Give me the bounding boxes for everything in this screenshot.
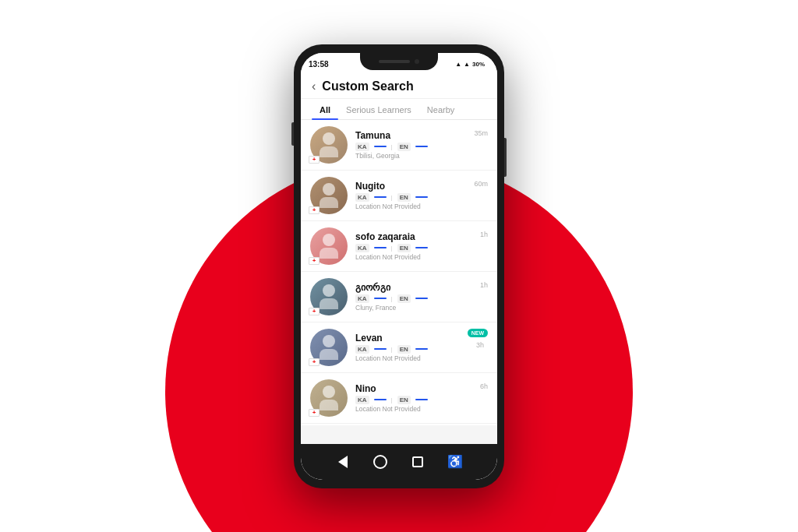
learner-name: გიორგი [355, 282, 488, 293]
learner-location: Location Not Provided [355, 203, 488, 210]
avatar-wrap [310, 126, 348, 164]
learning-lang-tag: EN [397, 143, 411, 151]
flag-badge [309, 409, 320, 417]
georgia-flag [309, 410, 319, 416]
new-badge: NEW [468, 329, 488, 337]
native-lang-level [374, 146, 387, 147]
list-item[interactable]: Nugito KA | EN Location Not Provided 60m [301, 171, 497, 221]
back-button[interactable]: ‹ [312, 79, 316, 93]
tab-nearby[interactable]: Nearby [419, 99, 462, 119]
page-title: Custom Search [322, 79, 413, 93]
learner-list: Tamuna KA | EN Tbilisi, Georgia 35m [301, 120, 497, 425]
learner-time: 6h [480, 382, 488, 390]
avatar-wrap [310, 227, 348, 265]
learning-lang-tag: EN [397, 294, 411, 303]
list-item[interactable]: lilu KA | EN Location Not Provided NEW [301, 424, 497, 425]
list-item[interactable]: გიორგი KA | EN Cluny, France 1h [301, 272, 497, 322]
flag-badge [309, 358, 320, 366]
native-lang-tag: KA [355, 193, 369, 202]
learner-info: გიორგი KA | EN Cluny, France [355, 282, 488, 312]
language-row: KA | EN [355, 143, 488, 151]
camera [415, 59, 419, 64]
native-lang-tag: KA [355, 143, 369, 151]
nav-back-button[interactable] [335, 454, 351, 470]
nav-accessibility-button[interactable]: ♿ [447, 454, 463, 470]
status-icons: ▲ ▲ 30% [455, 61, 485, 68]
georgia-flag [309, 308, 319, 315]
lang-divider: | [391, 194, 393, 201]
tab-serious-learners[interactable]: Serious Learners [338, 99, 419, 119]
person-body [320, 349, 338, 360]
learning-lang-tag: EN [397, 193, 411, 202]
learner-info: Levan KA | EN Location Not Provided [355, 333, 488, 362]
learner-location: Location Not Provided [355, 405, 488, 413]
learner-time: 35m [474, 129, 488, 137]
learner-time: 1h [480, 281, 488, 289]
person-head [323, 132, 335, 145]
tab-all[interactable]: All [312, 99, 338, 119]
flag-badge [309, 156, 320, 164]
native-lang-tag: KA [355, 244, 369, 252]
native-lang-level [374, 348, 387, 350]
learner-name: Nino [355, 383, 488, 394]
learner-location: Cluny, France [355, 304, 488, 312]
learning-lang-level [415, 399, 428, 400]
nav-recents-button[interactable] [410, 454, 425, 470]
lang-divider: | [391, 396, 393, 403]
list-item[interactable]: Levan KA | EN Location Not Provided NEW … [301, 322, 497, 373]
lang-divider: | [391, 295, 393, 302]
list-item[interactable]: sofo zaqaraia KA | EN Location Not Provi… [301, 221, 497, 272]
learning-lang-level [415, 146, 428, 147]
language-row: KA | EN [355, 345, 488, 354]
bottom-navigation: ♿ [301, 444, 497, 480]
list-item[interactable]: Nino KA | EN Location Not Provided 6h [301, 373, 497, 424]
list-item[interactable]: Tamuna KA | EN Tbilisi, Georgia 35m [301, 120, 497, 171]
lang-divider: | [391, 143, 393, 150]
scene: 13:58 ▲ ▲ 30% ‹ Custom Search All Seriou… [0, 0, 798, 532]
avatar-wrap [310, 177, 348, 214]
nav-home-button[interactable] [373, 454, 388, 470]
person-head [323, 284, 335, 297]
person-body [320, 298, 338, 309]
lang-divider: | [391, 245, 393, 252]
learner-location: Location Not Provided [355, 354, 488, 362]
language-row: KA | EN [355, 294, 488, 303]
person-head [323, 183, 335, 196]
native-lang-level [374, 298, 387, 299]
learning-lang-level [415, 196, 428, 198]
phone-frame: 13:58 ▲ ▲ 30% ‹ Custom Search All Seriou… [294, 44, 504, 488]
learner-name: Tamuna [355, 130, 488, 141]
georgia-flag [309, 359, 319, 365]
learner-time: 60m [474, 180, 488, 188]
avatar-wrap [310, 379, 348, 417]
learner-location: Tbilisi, Georgia [355, 152, 488, 160]
language-row: KA | EN [355, 396, 488, 404]
language-row: KA | EN [355, 244, 488, 252]
learning-lang-tag: EN [397, 396, 411, 404]
learner-info: sofo zaqaraia KA | EN Location Not Provi… [355, 231, 488, 261]
learning-lang-level [415, 247, 428, 248]
learner-info: Tamuna KA | EN Tbilisi, Georgia [355, 130, 488, 160]
home-nav-icon [373, 455, 387, 469]
phone-notch [360, 53, 438, 70]
native-lang-tag: KA [355, 294, 369, 303]
learner-time: 3h [472, 340, 488, 351]
person-body [320, 248, 338, 259]
signal-icon: ▲ [455, 61, 461, 68]
flag-badge [309, 308, 320, 315]
learning-lang-level [415, 348, 428, 350]
speaker [379, 60, 410, 63]
learner-name: Nugito [355, 181, 488, 192]
recents-nav-icon [412, 456, 423, 467]
person-body [320, 400, 338, 410]
learner-info: Nino KA | EN Location Not Provided [355, 383, 488, 413]
native-lang-tag: KA [355, 396, 369, 404]
native-lang-level [374, 196, 387, 198]
person-head [323, 386, 335, 398]
tabs-bar: All Serious Learners Nearby [301, 99, 497, 120]
learner-name: sofo zaqaraia [355, 231, 488, 242]
app-header: ‹ Custom Search [301, 73, 497, 99]
phone-screen: 13:58 ▲ ▲ 30% ‹ Custom Search All Seriou… [301, 53, 497, 480]
learner-time: 1h [480, 231, 488, 238]
wifi-icon: ▲ [464, 61, 470, 68]
